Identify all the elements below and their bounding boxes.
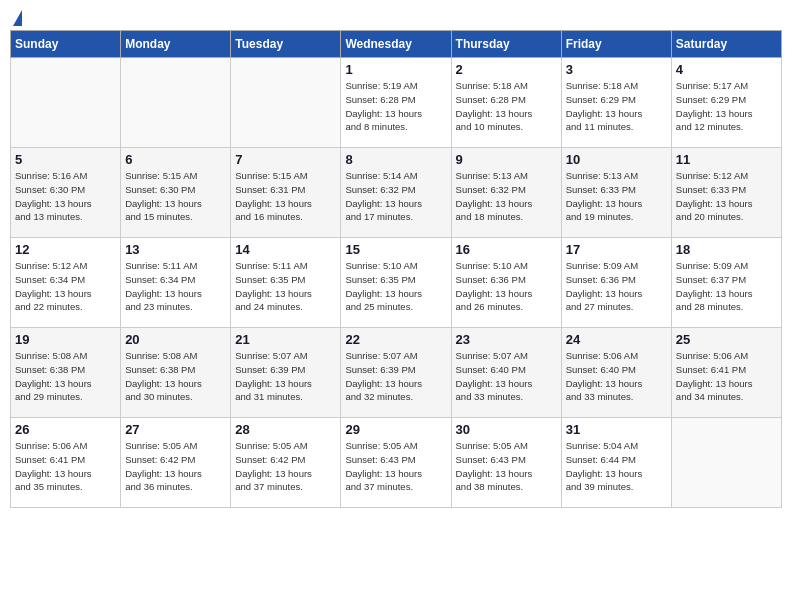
sun-info: Sunrise: 5:10 AM Sunset: 6:36 PM Dayligh… (456, 259, 557, 314)
day-number: 10 (566, 152, 667, 167)
week-row-5: 26Sunrise: 5:06 AM Sunset: 6:41 PM Dayli… (11, 418, 782, 508)
day-number: 12 (15, 242, 116, 257)
day-number: 9 (456, 152, 557, 167)
day-header-wednesday: Wednesday (341, 31, 451, 58)
sun-info: Sunrise: 5:08 AM Sunset: 6:38 PM Dayligh… (125, 349, 226, 404)
sun-info: Sunrise: 5:05 AM Sunset: 6:42 PM Dayligh… (125, 439, 226, 494)
day-number: 27 (125, 422, 226, 437)
calendar-cell (231, 58, 341, 148)
calendar-body: 1Sunrise: 5:19 AM Sunset: 6:28 PM Daylig… (11, 58, 782, 508)
week-row-2: 5Sunrise: 5:16 AM Sunset: 6:30 PM Daylig… (11, 148, 782, 238)
calendar-header-row: SundayMondayTuesdayWednesdayThursdayFrid… (11, 31, 782, 58)
day-number: 25 (676, 332, 777, 347)
calendar-cell: 13Sunrise: 5:11 AM Sunset: 6:34 PM Dayli… (121, 238, 231, 328)
logo (10, 10, 22, 26)
calendar-cell: 21Sunrise: 5:07 AM Sunset: 6:39 PM Dayli… (231, 328, 341, 418)
calendar-cell: 11Sunrise: 5:12 AM Sunset: 6:33 PM Dayli… (671, 148, 781, 238)
sun-info: Sunrise: 5:05 AM Sunset: 6:43 PM Dayligh… (345, 439, 446, 494)
day-number: 24 (566, 332, 667, 347)
day-number: 20 (125, 332, 226, 347)
week-row-3: 12Sunrise: 5:12 AM Sunset: 6:34 PM Dayli… (11, 238, 782, 328)
calendar-cell: 19Sunrise: 5:08 AM Sunset: 6:38 PM Dayli… (11, 328, 121, 418)
calendar-cell: 23Sunrise: 5:07 AM Sunset: 6:40 PM Dayli… (451, 328, 561, 418)
calendar-cell: 15Sunrise: 5:10 AM Sunset: 6:35 PM Dayli… (341, 238, 451, 328)
calendar-cell: 12Sunrise: 5:12 AM Sunset: 6:34 PM Dayli… (11, 238, 121, 328)
day-header-sunday: Sunday (11, 31, 121, 58)
sun-info: Sunrise: 5:13 AM Sunset: 6:33 PM Dayligh… (566, 169, 667, 224)
calendar-cell: 16Sunrise: 5:10 AM Sunset: 6:36 PM Dayli… (451, 238, 561, 328)
day-number: 23 (456, 332, 557, 347)
day-number: 8 (345, 152, 446, 167)
calendar-cell: 14Sunrise: 5:11 AM Sunset: 6:35 PM Dayli… (231, 238, 341, 328)
sun-info: Sunrise: 5:09 AM Sunset: 6:37 PM Dayligh… (676, 259, 777, 314)
day-number: 14 (235, 242, 336, 257)
calendar-cell: 1Sunrise: 5:19 AM Sunset: 6:28 PM Daylig… (341, 58, 451, 148)
day-number: 21 (235, 332, 336, 347)
day-number: 13 (125, 242, 226, 257)
day-number: 18 (676, 242, 777, 257)
calendar-cell: 20Sunrise: 5:08 AM Sunset: 6:38 PM Dayli… (121, 328, 231, 418)
calendar-table: SundayMondayTuesdayWednesdayThursdayFrid… (10, 30, 782, 508)
day-header-tuesday: Tuesday (231, 31, 341, 58)
calendar-cell (121, 58, 231, 148)
sun-info: Sunrise: 5:05 AM Sunset: 6:43 PM Dayligh… (456, 439, 557, 494)
sun-info: Sunrise: 5:09 AM Sunset: 6:36 PM Dayligh… (566, 259, 667, 314)
day-header-friday: Friday (561, 31, 671, 58)
header (10, 10, 782, 26)
calendar-cell: 7Sunrise: 5:15 AM Sunset: 6:31 PM Daylig… (231, 148, 341, 238)
calendar-cell: 31Sunrise: 5:04 AM Sunset: 6:44 PM Dayli… (561, 418, 671, 508)
week-row-1: 1Sunrise: 5:19 AM Sunset: 6:28 PM Daylig… (11, 58, 782, 148)
sun-info: Sunrise: 5:15 AM Sunset: 6:30 PM Dayligh… (125, 169, 226, 224)
calendar-cell: 18Sunrise: 5:09 AM Sunset: 6:37 PM Dayli… (671, 238, 781, 328)
sun-info: Sunrise: 5:06 AM Sunset: 6:41 PM Dayligh… (15, 439, 116, 494)
sun-info: Sunrise: 5:04 AM Sunset: 6:44 PM Dayligh… (566, 439, 667, 494)
sun-info: Sunrise: 5:18 AM Sunset: 6:28 PM Dayligh… (456, 79, 557, 134)
sun-info: Sunrise: 5:12 AM Sunset: 6:34 PM Dayligh… (15, 259, 116, 314)
day-number: 30 (456, 422, 557, 437)
calendar-cell: 8Sunrise: 5:14 AM Sunset: 6:32 PM Daylig… (341, 148, 451, 238)
sun-info: Sunrise: 5:06 AM Sunset: 6:40 PM Dayligh… (566, 349, 667, 404)
day-number: 4 (676, 62, 777, 77)
sun-info: Sunrise: 5:16 AM Sunset: 6:30 PM Dayligh… (15, 169, 116, 224)
calendar-cell: 4Sunrise: 5:17 AM Sunset: 6:29 PM Daylig… (671, 58, 781, 148)
sun-info: Sunrise: 5:11 AM Sunset: 6:35 PM Dayligh… (235, 259, 336, 314)
sun-info: Sunrise: 5:07 AM Sunset: 6:39 PM Dayligh… (345, 349, 446, 404)
calendar-cell: 22Sunrise: 5:07 AM Sunset: 6:39 PM Dayli… (341, 328, 451, 418)
week-row-4: 19Sunrise: 5:08 AM Sunset: 6:38 PM Dayli… (11, 328, 782, 418)
calendar-cell: 10Sunrise: 5:13 AM Sunset: 6:33 PM Dayli… (561, 148, 671, 238)
day-number: 5 (15, 152, 116, 167)
day-number: 22 (345, 332, 446, 347)
day-number: 11 (676, 152, 777, 167)
calendar-cell: 29Sunrise: 5:05 AM Sunset: 6:43 PM Dayli… (341, 418, 451, 508)
day-number: 6 (125, 152, 226, 167)
day-number: 29 (345, 422, 446, 437)
calendar-cell: 3Sunrise: 5:18 AM Sunset: 6:29 PM Daylig… (561, 58, 671, 148)
calendar-cell: 27Sunrise: 5:05 AM Sunset: 6:42 PM Dayli… (121, 418, 231, 508)
day-number: 26 (15, 422, 116, 437)
day-number: 2 (456, 62, 557, 77)
sun-info: Sunrise: 5:10 AM Sunset: 6:35 PM Dayligh… (345, 259, 446, 314)
day-number: 3 (566, 62, 667, 77)
sun-info: Sunrise: 5:14 AM Sunset: 6:32 PM Dayligh… (345, 169, 446, 224)
calendar-cell: 2Sunrise: 5:18 AM Sunset: 6:28 PM Daylig… (451, 58, 561, 148)
sun-info: Sunrise: 5:13 AM Sunset: 6:32 PM Dayligh… (456, 169, 557, 224)
day-number: 15 (345, 242, 446, 257)
day-number: 1 (345, 62, 446, 77)
calendar-cell: 28Sunrise: 5:05 AM Sunset: 6:42 PM Dayli… (231, 418, 341, 508)
sun-info: Sunrise: 5:17 AM Sunset: 6:29 PM Dayligh… (676, 79, 777, 134)
calendar-cell (671, 418, 781, 508)
sun-info: Sunrise: 5:07 AM Sunset: 6:39 PM Dayligh… (235, 349, 336, 404)
sun-info: Sunrise: 5:15 AM Sunset: 6:31 PM Dayligh… (235, 169, 336, 224)
calendar-cell (11, 58, 121, 148)
sun-info: Sunrise: 5:12 AM Sunset: 6:33 PM Dayligh… (676, 169, 777, 224)
day-number: 7 (235, 152, 336, 167)
day-number: 17 (566, 242, 667, 257)
sun-info: Sunrise: 5:06 AM Sunset: 6:41 PM Dayligh… (676, 349, 777, 404)
day-header-saturday: Saturday (671, 31, 781, 58)
calendar-cell: 30Sunrise: 5:05 AM Sunset: 6:43 PM Dayli… (451, 418, 561, 508)
calendar-cell: 9Sunrise: 5:13 AM Sunset: 6:32 PM Daylig… (451, 148, 561, 238)
calendar-cell: 17Sunrise: 5:09 AM Sunset: 6:36 PM Dayli… (561, 238, 671, 328)
sun-info: Sunrise: 5:19 AM Sunset: 6:28 PM Dayligh… (345, 79, 446, 134)
calendar-cell: 24Sunrise: 5:06 AM Sunset: 6:40 PM Dayli… (561, 328, 671, 418)
calendar-cell: 5Sunrise: 5:16 AM Sunset: 6:30 PM Daylig… (11, 148, 121, 238)
